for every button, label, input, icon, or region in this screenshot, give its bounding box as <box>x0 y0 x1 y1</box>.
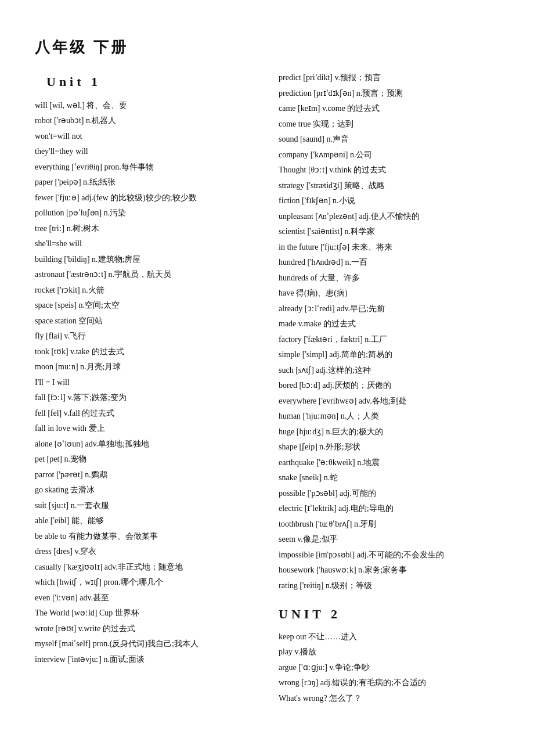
list-item: shape [ʃeip] n.外形;形状 <box>279 440 499 455</box>
list-item: earthquake ['əːθkweik] n.地震 <box>279 456 499 470</box>
list-item: Thought [θɔːt] v.think 的过去式 <box>279 163 499 178</box>
list-item: space [speis] n.空间;太空 <box>35 298 255 313</box>
unit2-right-entries: keep out 不让……进入play v.播放argue ['ɑːɡju:] … <box>279 630 499 706</box>
list-item: able ['eibl] 能、能够 <box>35 514 255 528</box>
unit1-title: Unit 1 <box>46 71 255 92</box>
list-item: everywhere ['evrihwεə] adv.各地;到处 <box>279 394 499 409</box>
list-item: possible ['pɔsəbl] adj.可能的 <box>279 487 499 501</box>
list-item: snake [sneik] n.蛇 <box>279 471 499 485</box>
list-item: took [tʊk] v.take 的过去式 <box>35 345 255 359</box>
list-item: wrong [rɔŋ] adj.错误的;有毛病的;不合适的 <box>279 676 499 690</box>
list-item: company ['kʌmpəni] n.公司 <box>279 148 499 163</box>
list-item: pet [pet] n.宠物 <box>35 452 255 467</box>
list-item: huge [hjuːdʒ] n.巨大的;极大的 <box>279 425 499 440</box>
list-item: fewer ['fjuːə] adj.(few 的比较级)较少的;较少数 <box>35 191 255 206</box>
list-item: go skating 去滑冰 <box>35 483 255 498</box>
list-item: sound [saund] n.声音 <box>279 132 499 147</box>
list-item: predict [priˈdikt] v.预报；预言 <box>279 71 499 85</box>
list-item: such [sʌtʃ] adj.这样的;这种 <box>279 363 499 378</box>
list-item: which [hwitʃ，wɪtʃ] pron.哪个;哪几个 <box>35 575 255 590</box>
list-item: housework ['hauswəːk] n.家务;家务事 <box>279 563 499 578</box>
list-item: alone [əˈləun] adv.单独地;孤独地 <box>35 437 255 452</box>
list-item: suit [sjuːt] n.一套衣服 <box>35 499 255 513</box>
list-item: fall in love with 爱上 <box>35 422 255 436</box>
list-item: space station 空间站 <box>35 314 255 329</box>
list-item: electric [ɪˈlektrik] adj.电的;导电的 <box>279 502 499 516</box>
list-item: toothbrush ['tuːθˈbrʌʃ] n.牙刷 <box>279 517 499 532</box>
list-item: building ['bildiŋ] n.建筑物;房屋 <box>35 253 255 267</box>
list-item: be able to 有能力做某事、会做某事 <box>35 530 255 544</box>
list-item: argue ['ɑːɡju:] v.争论;争吵 <box>279 661 499 675</box>
list-item: human ['hjuːmən] n.人；人类 <box>279 409 499 424</box>
list-item: hundreds of 大量、许多 <box>279 271 499 286</box>
list-item: fell [fel] v.fall 的过去式 <box>35 406 255 421</box>
list-item: came [keɪm] v.come 的过去式 <box>279 102 499 116</box>
right-entries: predict [priˈdikt] v.预报；预言prediction [pr… <box>279 71 499 593</box>
list-item: scientist ['saiəntist] n.科学家 <box>279 225 499 239</box>
list-item: fall [fɔːl] v.落下;跌落;变为 <box>35 391 255 405</box>
left-entries: will [wil, wəl,] 将、会、要robot ['rəubɔt] n.… <box>35 99 255 667</box>
list-item: The World [wəːld] Cup 世界杯 <box>35 606 255 621</box>
list-item: dress [dres] v.穿衣 <box>35 545 255 559</box>
list-item: come true 实现；达到 <box>279 117 499 132</box>
list-item: rating ['reitiŋ] n.级别；等级 <box>279 579 499 593</box>
list-item: play v.播放 <box>279 645 499 660</box>
list-item: interview ['intəvjuː] n.面试;面谈 <box>35 653 255 667</box>
list-item: everything [ˈevriθiŋ] pron.每件事物 <box>35 160 255 175</box>
list-item: bored [bɔːd] adj.厌烦的；厌倦的 <box>279 379 499 393</box>
list-item: rocket ['rɔkit] n.火箭 <box>35 283 255 298</box>
list-item: already [ɔːlˈredi] adv.早已;先前 <box>279 302 499 316</box>
list-item: unpleasant [ʌnˈplezənt] adj.使人不愉快的 <box>279 210 499 224</box>
list-item: parrot ['pærət] n.鹦鹉 <box>35 468 255 483</box>
list-item: I'll = I will <box>35 376 255 390</box>
list-item: have 得(病)、患(病) <box>279 286 499 301</box>
list-item: won't=will not <box>35 129 255 144</box>
list-item: fly [flai] v.飞行 <box>35 329 255 344</box>
list-item: casually ['kæʒjʊəlɪ] adv.非正式地；随意地 <box>35 560 255 575</box>
list-item: myself [maiˈself] pron.(反身代词)我自己;我本人 <box>35 637 255 651</box>
list-item: made v.make 的过去式 <box>279 317 499 332</box>
list-item: hundred ['hʌndrəd] n.一百 <box>279 255 499 270</box>
list-item: moon [muːn] n.月亮;月球 <box>35 360 255 375</box>
list-item: in the future ['fjuːtʃə] 未来、将来 <box>279 240 499 255</box>
page-title: 八年级 下册 <box>35 35 499 60</box>
list-item: factory ['fæktəri，fæktri] n.工厂 <box>279 333 499 347</box>
list-item: wrote [rəʊt] v.write 的过去式 <box>35 622 255 636</box>
unit2-title: UNIT 2 <box>279 603 499 625</box>
list-item: they'll=they will <box>35 145 255 159</box>
right-column: predict [priˈdikt] v.预报；预言prediction [pr… <box>279 71 499 707</box>
list-item: will [wil, wəl,] 将、会、要 <box>35 99 255 113</box>
list-item: seem v.像是;似乎 <box>279 532 499 547</box>
list-item: she'll=she will <box>35 237 255 251</box>
list-item: astronaut ['æstrənɔːt] n.宇航员，航天员 <box>35 268 255 282</box>
list-item: pollution [pəˈluʃən] n.污染 <box>35 206 255 221</box>
left-column: Unit 1 will [wil, wəl,] 将、会、要robot ['rəu… <box>35 71 255 707</box>
list-item: simple ['simpl] adj.简单的;简易的 <box>279 348 499 362</box>
list-item: impossible [im'pɔsəbl] adj.不可能的;不会发生的 <box>279 548 499 563</box>
list-item: prediction [prɪˈdɪkʃən] n.预言；预测 <box>279 87 499 101</box>
list-item: strategy ['strætidʒi] 策略、战略 <box>279 179 499 193</box>
list-item: even ['iːvən] adv.甚至 <box>35 591 255 606</box>
list-item: tree [triː] n.树;树木 <box>35 222 255 236</box>
list-item: robot ['rəubɔt] n.机器人 <box>35 114 255 128</box>
list-item: keep out 不让……进入 <box>279 630 499 645</box>
list-item: fiction ['fɪkʃən] n.小说 <box>279 194 499 208</box>
list-item: paper ['peipə] n.纸;纸张 <box>35 175 255 190</box>
list-item: What's wrong? 怎么了？ <box>279 692 499 706</box>
